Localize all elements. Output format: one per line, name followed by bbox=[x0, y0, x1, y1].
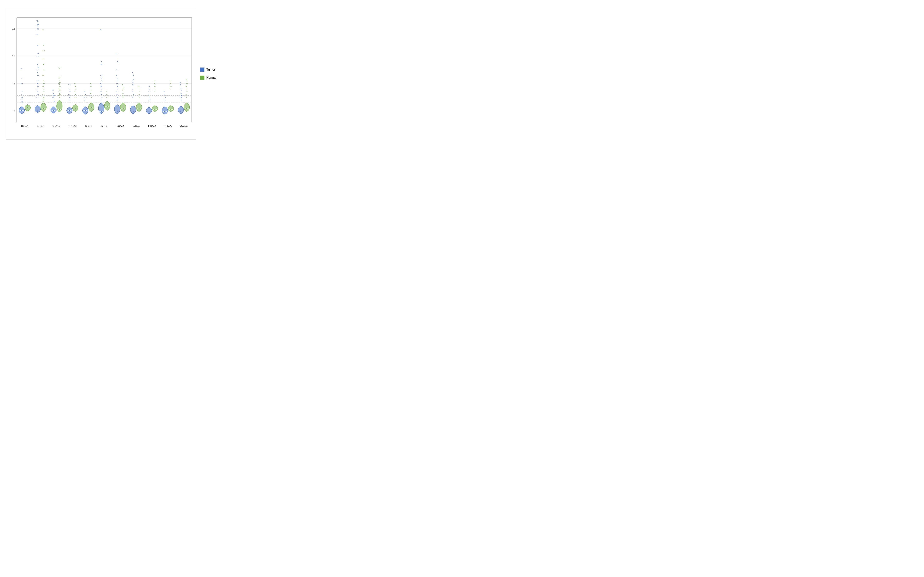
svg-rect-270 bbox=[117, 92, 117, 92]
svg-rect-254 bbox=[100, 100, 101, 100]
svg-rect-72 bbox=[43, 83, 44, 84]
svg-rect-273 bbox=[117, 100, 118, 100]
svg-rect-99 bbox=[37, 92, 38, 92]
svg-rect-318 bbox=[139, 92, 140, 92]
svg-rect-132 bbox=[59, 78, 60, 78]
svg-rect-253 bbox=[102, 97, 102, 98]
svg-rect-379 bbox=[164, 100, 165, 100]
svg-rect-112 bbox=[43, 89, 44, 89]
svg-rect-357 bbox=[150, 100, 150, 100]
svg-rect-327 bbox=[132, 89, 132, 89]
svg-rect-29 bbox=[21, 92, 21, 92]
svg-rect-358 bbox=[154, 81, 154, 81]
svg-rect-234 bbox=[102, 94, 102, 95]
svg-rect-220 bbox=[91, 97, 92, 98]
svg-rect-255 bbox=[106, 92, 107, 92]
svg-rect-80 bbox=[37, 20, 37, 21]
svg-rect-88 bbox=[38, 53, 39, 54]
svg-rect-360 bbox=[155, 86, 156, 87]
svg-rect-335 bbox=[139, 97, 139, 98]
svg-rect-159 bbox=[59, 84, 60, 85]
svg-rect-95 bbox=[37, 81, 37, 81]
svg-rect-285 bbox=[116, 75, 117, 76]
svg-point-315 bbox=[138, 108, 139, 109]
svg-rect-138 bbox=[59, 88, 60, 88]
svg-rect-100 bbox=[38, 94, 39, 95]
svg-text:KIRC: KIRC bbox=[101, 124, 107, 127]
svg-rect-377 bbox=[165, 94, 165, 95]
svg-rect-67 bbox=[44, 59, 44, 59]
svg-point-63 bbox=[43, 108, 44, 109]
chart-body: 051015BLCABRCACOADHNSCKICHKIRCLUADLUSCPR… bbox=[2, 6, 229, 141]
svg-rect-117 bbox=[42, 101, 43, 102]
svg-rect-43 bbox=[37, 26, 38, 26]
svg-rect-26 bbox=[21, 68, 21, 69]
svg-rect-405 bbox=[180, 82, 180, 83]
svg-rect-22 bbox=[22, 101, 23, 102]
svg-rect-341 bbox=[148, 92, 149, 92]
svg-rect-411 bbox=[180, 97, 180, 98]
svg-rect-92 bbox=[37, 69, 37, 70]
svg-point-206 bbox=[90, 107, 92, 108]
svg-text:0: 0 bbox=[14, 110, 15, 113]
svg-rect-166 bbox=[60, 94, 61, 95]
svg-rect-286 bbox=[117, 78, 118, 79]
svg-rect-157 bbox=[60, 82, 61, 83]
svg-rect-413 bbox=[186, 79, 186, 79]
svg-rect-216 bbox=[90, 83, 90, 84]
svg-point-371 bbox=[170, 109, 171, 110]
svg-point-338 bbox=[149, 111, 149, 111]
svg-rect-182 bbox=[75, 89, 76, 89]
svg-rect-322 bbox=[133, 75, 133, 76]
legend-color-square bbox=[200, 68, 204, 72]
svg-rect-121 bbox=[53, 90, 53, 90]
chart-container: 051015BLCABRCACOADHNSCKICHKIRCLUADLUSCPR… bbox=[2, 3, 229, 141]
svg-rect-219 bbox=[90, 93, 90, 94]
svg-rect-56 bbox=[37, 83, 37, 84]
svg-rect-45 bbox=[37, 29, 37, 30]
svg-rect-296 bbox=[123, 88, 123, 88]
svg-rect-162 bbox=[59, 89, 60, 89]
svg-rect-331 bbox=[138, 86, 138, 87]
svg-rect-87 bbox=[37, 45, 38, 45]
svg-rect-281 bbox=[123, 97, 123, 98]
svg-point-303 bbox=[132, 111, 134, 111]
svg-rect-240 bbox=[106, 94, 107, 95]
svg-point-275 bbox=[123, 108, 124, 109]
svg-rect-418 bbox=[187, 92, 188, 92]
svg-rect-195 bbox=[74, 92, 75, 92]
svg-rect-81 bbox=[37, 21, 38, 22]
svg-rect-208 bbox=[90, 86, 91, 87]
svg-point-223 bbox=[101, 111, 102, 112]
svg-rect-32 bbox=[21, 99, 21, 99]
svg-rect-137 bbox=[59, 86, 60, 87]
svg-rect-250 bbox=[102, 89, 102, 89]
svg-rect-192 bbox=[74, 83, 75, 84]
svg-rect-51 bbox=[38, 67, 38, 67]
svg-rect-362 bbox=[155, 92, 155, 92]
svg-rect-287 bbox=[118, 81, 118, 81]
svg-rect-85 bbox=[38, 30, 39, 30]
svg-rect-17 bbox=[21, 83, 21, 84]
svg-rect-42 bbox=[37, 24, 38, 25]
svg-rect-176 bbox=[70, 97, 70, 98]
svg-rect-289 bbox=[117, 86, 118, 87]
svg-rect-236 bbox=[101, 100, 101, 100]
svg-rect-389 bbox=[180, 88, 181, 88]
svg-rect-177 bbox=[69, 100, 69, 100]
svg-rect-193 bbox=[75, 86, 76, 87]
svg-rect-242 bbox=[100, 30, 101, 30]
svg-rect-83 bbox=[37, 26, 37, 26]
svg-rect-113 bbox=[44, 92, 45, 92]
svg-rect-151 bbox=[54, 101, 55, 102]
violin-chart-svg: 051015BLCABRCACOADHNSCKICHKIRCLUADLUSCPR… bbox=[6, 8, 196, 139]
svg-rect-264 bbox=[117, 75, 117, 76]
svg-rect-76 bbox=[44, 94, 44, 95]
svg-text:HNSC: HNSC bbox=[68, 124, 76, 127]
svg-rect-15 bbox=[21, 68, 22, 69]
svg-rect-412 bbox=[181, 100, 181, 100]
svg-rect-155 bbox=[58, 78, 59, 79]
svg-rect-390 bbox=[181, 90, 181, 90]
svg-rect-330 bbox=[132, 97, 132, 98]
svg-rect-143 bbox=[59, 94, 60, 95]
